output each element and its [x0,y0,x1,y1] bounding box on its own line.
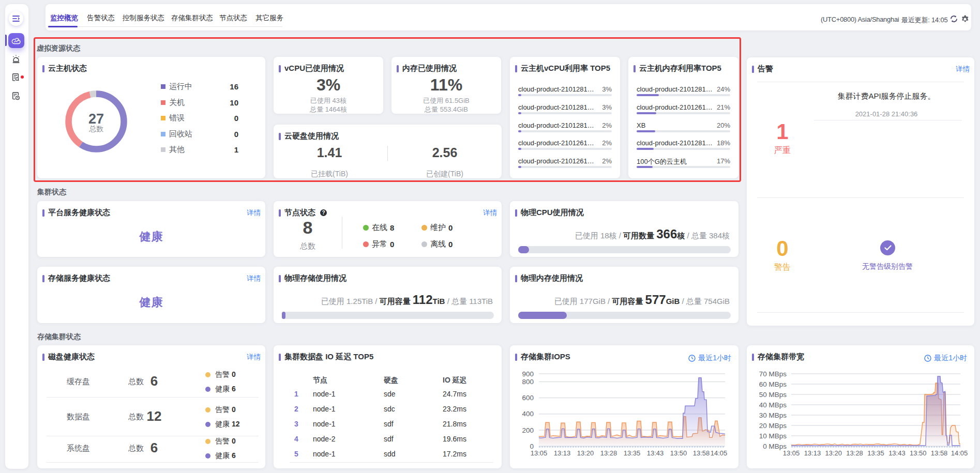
svg-text:13:43: 13:43 [647,449,664,457]
svg-text:10 MBps: 10 MBps [759,432,787,440]
svg-text:50 MBps: 50 MBps [759,391,787,399]
svg-text:13:28: 13:28 [846,449,863,457]
svg-text:14:05: 14:05 [951,449,968,457]
svg-text:13:05: 13:05 [783,449,800,457]
svg-text:400: 400 [522,410,534,418]
svg-text:40 MBps: 40 MBps [759,401,787,409]
svg-text:13:58: 13:58 [931,449,948,457]
svg-text:30 MBps: 30 MBps [759,411,787,419]
svg-text:13:58: 13:58 [693,449,710,457]
svg-text:800: 800 [522,378,534,386]
svg-text:13:20: 13:20 [577,449,594,457]
svg-text:13:35: 13:35 [624,449,641,457]
svg-text:14:05: 14:05 [711,449,728,457]
svg-text:13:43: 13:43 [888,449,906,457]
svg-text:13:50: 13:50 [670,449,687,457]
svg-text:200: 200 [522,426,534,434]
svg-text:20 MBps: 20 MBps [759,422,787,430]
svg-text:900: 900 [522,370,534,378]
svg-text:13:13: 13:13 [804,449,821,457]
svg-text:13:20: 13:20 [825,449,842,457]
svg-text:13:50: 13:50 [910,449,927,457]
svg-text:600: 600 [522,394,534,402]
svg-text:13:05: 13:05 [531,449,548,457]
svg-text:70 MBps: 70 MBps [759,370,787,378]
svg-text:13:28: 13:28 [600,449,617,457]
svg-text:13:35: 13:35 [867,449,884,457]
svg-text:13:13: 13:13 [554,449,571,457]
svg-text:60 MBps: 60 MBps [759,380,787,388]
